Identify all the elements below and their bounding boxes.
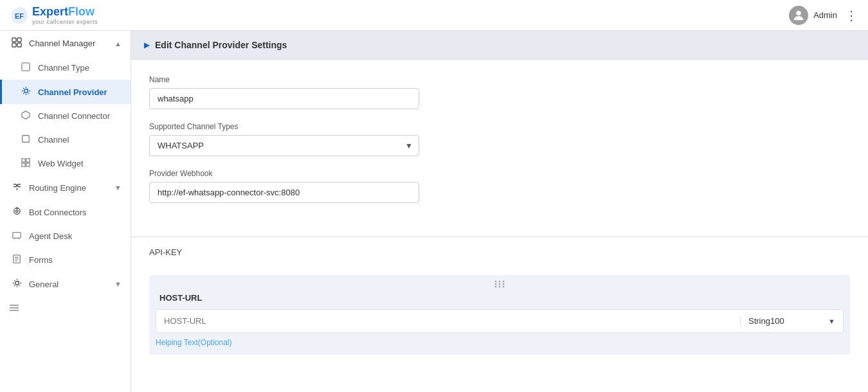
helping-text: Helping Text(Optional) <box>149 333 850 347</box>
avatar <box>789 6 808 25</box>
sidebar-item-channel-provider[interactable]: Channel Provider <box>0 80 131 104</box>
sidebar-bottom-icon[interactable] <box>0 296 131 321</box>
svg-point-36 <box>495 286 497 288</box>
sidebar-item-bot-connectors[interactable]: Bot Connectors <box>0 200 131 224</box>
sidebar-item-forms[interactable]: Forms <box>0 248 131 272</box>
api-key-section: API-KEY <box>131 247 868 275</box>
supported-select[interactable]: WHATSAPP <box>149 135 419 156</box>
logo-sub: your callcenter experts <box>32 19 98 25</box>
channel-manager-icon <box>11 37 23 49</box>
web-widget-icon <box>20 158 32 169</box>
content-area: ▶ Edit Channel Provider Settings Name Su… <box>131 31 868 392</box>
form-area: Name Supported Channel Types WHATSAPP ▼ … <box>131 60 868 231</box>
svg-rect-7 <box>22 63 30 71</box>
svg-point-35 <box>503 283 505 285</box>
routing-engine-icon <box>11 182 23 193</box>
logo-icon: EF <box>10 6 28 24</box>
sidebar-label-agent-desk: Agent Desk <box>29 231 72 241</box>
sidebar-item-channel-type[interactable]: Channel Type <box>0 56 131 80</box>
svg-text:EF: EF <box>15 12 24 20</box>
svg-line-20 <box>15 238 15 239</box>
svg-rect-5 <box>12 43 16 47</box>
sidebar-item-channel-manager[interactable]: Channel Manager ▲ <box>0 31 131 56</box>
host-url-row: String100 ▼ <box>156 309 844 333</box>
sidebar-label-forms: Forms <box>29 255 53 265</box>
host-url-type-label: String100 <box>748 316 784 326</box>
host-url-input[interactable] <box>156 310 740 332</box>
forms-icon <box>11 254 23 265</box>
svg-point-34 <box>499 283 501 285</box>
channel-icon <box>20 134 32 145</box>
webhook-field-group: Provider Webhook <box>149 169 850 203</box>
svg-rect-6 <box>17 43 21 47</box>
content-header-title: Edit Channel Provider Settings <box>155 40 287 50</box>
svg-rect-4 <box>17 38 21 42</box>
svg-point-32 <box>503 281 505 283</box>
main-layout: Channel Manager ▲ Channel Type Channel P… <box>0 31 868 392</box>
bot-connectors-icon <box>11 206 23 218</box>
svg-rect-3 <box>12 38 16 42</box>
sidebar-label-routing-engine: Routing Engine <box>29 183 86 193</box>
header-triangle-icon: ▶ <box>144 40 150 49</box>
channel-connector-icon <box>20 111 32 121</box>
webhook-label: Provider Webhook <box>149 169 850 178</box>
sidebar-label-channel-provider: Channel Provider <box>38 87 107 97</box>
content-header: ▶ Edit Channel Provider Settings <box>131 31 868 60</box>
sidebar-item-channel-connector[interactable]: Channel Connector <box>0 104 131 128</box>
api-key-label: API-KEY <box>149 247 850 257</box>
admin-area[interactable]: Admin <box>789 6 837 25</box>
svg-point-38 <box>503 286 505 288</box>
logo-area: EF ExpertFlow your callcenter experts <box>10 5 98 25</box>
sidebar-label-bot-connectors: Bot Connectors <box>29 208 87 217</box>
supported-channel-group: Supported Channel Types WHATSAPP ▼ <box>149 122 850 156</box>
logo-main: ExpertFlow <box>32 5 98 19</box>
logo-flow: Flow <box>68 5 95 18</box>
drag-handle-icon[interactable] <box>149 275 850 293</box>
webhook-input[interactable] <box>149 182 419 203</box>
host-url-type-selector[interactable]: String100 ▼ <box>740 316 843 326</box>
chevron-routing-icon: ▼ <box>114 184 122 192</box>
svg-point-33 <box>495 283 497 285</box>
type-arrow-icon: ▼ <box>828 317 835 325</box>
svg-line-21 <box>19 238 19 239</box>
sidebar-item-agent-desk[interactable]: Agent Desk <box>0 224 131 248</box>
sidebar-item-routing-engine[interactable]: Routing Engine ▼ <box>0 175 131 200</box>
admin-name: Admin <box>813 10 837 20</box>
logo-text: ExpertFlow your callcenter experts <box>32 5 98 25</box>
svg-point-18 <box>16 208 17 209</box>
more-options-icon[interactable]: ⋮ <box>845 8 858 23</box>
sidebar-label-web-widget: Web Widget <box>38 159 84 168</box>
svg-rect-14 <box>26 163 30 166</box>
chevron-up-icon: ▲ <box>114 40 122 48</box>
svg-point-37 <box>499 286 501 288</box>
svg-rect-11 <box>22 159 25 162</box>
header-right: Admin ⋮ <box>789 6 858 25</box>
name-input[interactable] <box>149 88 419 109</box>
divider <box>131 236 868 237</box>
sidebar-label-general: General <box>29 280 59 289</box>
top-header: EF ExpertFlow your callcenter experts Ad… <box>0 0 868 31</box>
channel-type-icon <box>20 62 32 73</box>
sidebar-item-web-widget[interactable]: Web Widget <box>0 152 131 175</box>
name-field-group: Name <box>149 75 850 109</box>
sidebar-label-channel-connector: Channel Connector <box>38 111 110 121</box>
svg-point-30 <box>495 281 497 283</box>
svg-rect-10 <box>23 136 30 143</box>
name-label: Name <box>149 75 850 84</box>
svg-marker-9 <box>22 111 30 119</box>
svg-rect-19 <box>13 233 21 238</box>
logo-expert: Expert <box>32 5 68 18</box>
general-icon <box>11 278 23 290</box>
svg-point-31 <box>499 281 501 283</box>
svg-point-15 <box>16 185 17 186</box>
svg-point-2 <box>796 10 800 15</box>
sidebar-item-channel[interactable]: Channel <box>0 128 131 152</box>
channel-provider-icon <box>20 86 32 98</box>
chevron-general-icon: ▼ <box>114 280 122 288</box>
supported-label: Supported Channel Types <box>149 122 850 131</box>
svg-rect-12 <box>26 159 30 162</box>
svg-rect-13 <box>22 163 25 166</box>
sidebar-label-channel: Channel <box>38 135 69 145</box>
sidebar-item-general[interactable]: General ▼ <box>0 272 131 296</box>
sidebar-label-channel-type: Channel Type <box>38 63 89 73</box>
